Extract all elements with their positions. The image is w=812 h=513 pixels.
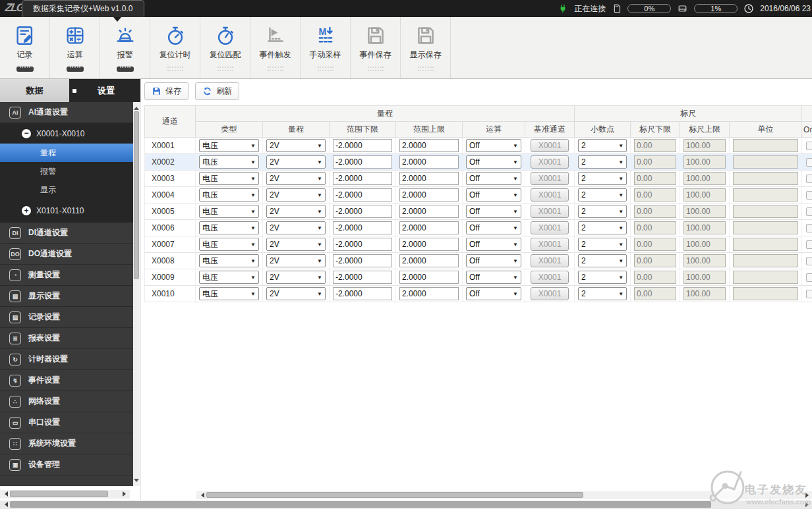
sidebar-group-x0101-x0110[interactable]: X0101-X0110 xyxy=(0,199,133,223)
sidebar-group-x0001-x0010[interactable]: X0001-X0010 xyxy=(0,123,133,144)
sidebar-vscroll-thumb[interactable] xyxy=(134,111,139,279)
decimal-select[interactable]: 2 xyxy=(578,287,627,300)
calc-select[interactable]: Off xyxy=(466,271,521,284)
sidebar-item-range[interactable]: 量程 xyxy=(0,144,133,162)
range-high-input[interactable] xyxy=(399,254,459,267)
calculate-button[interactable]: 运算 xyxy=(50,17,100,78)
expand-icon[interactable] xyxy=(22,206,31,215)
range-high-input[interactable] xyxy=(399,271,459,284)
onoff-checkbox[interactable] xyxy=(806,273,812,282)
onoff-checkbox[interactable] xyxy=(806,158,812,167)
range-select[interactable]: 2V xyxy=(266,205,326,218)
refresh-button[interactable]: 刷新 xyxy=(195,82,239,100)
decimal-select[interactable]: 2 xyxy=(578,139,627,152)
sidebar-item-report-settings[interactable]: ≣ 报表设置 xyxy=(0,328,133,349)
range-select[interactable]: 2V xyxy=(266,172,326,185)
sidebar-item-display-settings[interactable]: ▤ 显示设置 xyxy=(0,286,133,307)
type-select[interactable]: 电压 xyxy=(199,172,259,185)
sidebar-item-ai-channel[interactable]: AI AI通道设置 xyxy=(0,102,133,123)
save-button[interactable]: 保存 xyxy=(144,82,188,100)
onoff-checkbox[interactable] xyxy=(806,224,812,232)
alarm-button[interactable]: 报警 xyxy=(100,17,150,78)
range-low-input[interactable] xyxy=(333,238,392,251)
range-high-input[interactable] xyxy=(399,172,459,185)
calc-select[interactable]: Off xyxy=(466,155,521,169)
sidebar-horizontal-scrollbar[interactable] xyxy=(0,490,130,499)
range-select[interactable]: 2V xyxy=(266,139,326,152)
type-select[interactable]: 电压 xyxy=(199,221,259,234)
sidebar-item-device-management[interactable]: ▣ 设备管理 xyxy=(0,454,133,475)
sidebar-hscroll-thumb[interactable] xyxy=(10,491,108,497)
scroll-left-arrow[interactable] xyxy=(2,491,8,497)
decimal-select[interactable]: 2 xyxy=(578,155,627,169)
range-low-input[interactable] xyxy=(333,254,392,267)
sidebar-item-system-env-settings[interactable]: ∷ 系统环境设置 xyxy=(0,433,133,454)
onoff-checkbox[interactable] xyxy=(806,142,812,150)
app-title-tab[interactable]: 数据采集记录仪+Web v1.0.0 xyxy=(22,0,144,17)
range-select[interactable]: 2V xyxy=(266,221,326,234)
page-hscroll-thumb[interactable] xyxy=(10,501,711,508)
decimal-select[interactable]: 2 xyxy=(578,271,627,284)
page-horizontal-scrollbar[interactable] xyxy=(0,500,812,509)
onoff-checkbox[interactable] xyxy=(806,290,812,298)
sidebar-item-timer-settings[interactable]: ↻ 计时器设置 xyxy=(0,349,133,370)
type-select[interactable]: 电压 xyxy=(199,205,259,218)
decimal-select[interactable]: 2 xyxy=(578,254,627,267)
calc-select[interactable]: Off xyxy=(466,188,521,202)
type-select[interactable]: 电压 xyxy=(199,188,259,202)
calc-select[interactable]: Off xyxy=(466,139,521,152)
calc-select[interactable]: Off xyxy=(466,254,521,267)
scroll-up-arrow[interactable] xyxy=(134,104,139,110)
decimal-select[interactable]: 2 xyxy=(578,221,627,234)
record-button[interactable]: 记录 xyxy=(0,17,50,78)
range-low-input[interactable] xyxy=(333,139,392,152)
range-select[interactable]: 2V xyxy=(266,188,326,202)
range-select[interactable]: 2V xyxy=(266,271,326,284)
calc-select[interactable]: Off xyxy=(466,221,521,234)
collapse-icon[interactable] xyxy=(22,129,31,138)
sidebar-item-serial-settings[interactable]: ▭ 串口设置 xyxy=(0,412,133,433)
scroll-down-arrow[interactable] xyxy=(134,479,139,485)
decimal-select[interactable]: 2 xyxy=(578,205,627,218)
range-high-input[interactable] xyxy=(399,221,459,234)
range-low-input[interactable] xyxy=(333,172,392,185)
type-select[interactable]: 电压 xyxy=(199,287,259,300)
decimal-select[interactable]: 2 xyxy=(578,238,627,251)
range-low-input[interactable] xyxy=(333,205,392,218)
scroll-right-arrow[interactable] xyxy=(123,491,129,497)
range-low-input[interactable] xyxy=(333,287,392,300)
range-select[interactable]: 2V xyxy=(266,238,326,251)
manual-sample-button[interactable]: M 手动采样 xyxy=(301,17,351,78)
range-low-input[interactable] xyxy=(333,221,392,234)
range-high-input[interactable] xyxy=(399,188,459,202)
range-high-input[interactable] xyxy=(399,205,459,218)
range-select[interactable]: 2V xyxy=(266,254,326,267)
scroll-left-arrow[interactable] xyxy=(2,502,8,507)
range-low-input[interactable] xyxy=(333,188,392,202)
reset-match-button[interactable]: 复位匹配 xyxy=(200,17,250,78)
calc-select[interactable]: Off xyxy=(466,287,521,300)
range-high-input[interactable] xyxy=(399,139,459,152)
sidebar-item-alarm[interactable]: 报警 xyxy=(0,162,133,180)
type-select[interactable]: 电压 xyxy=(199,254,259,267)
tab-settings[interactable]: 设置 xyxy=(79,79,133,102)
type-select[interactable]: 电压 xyxy=(199,271,259,284)
onoff-checkbox[interactable] xyxy=(806,175,812,183)
sidebar-item-network-settings[interactable]: ∴ 网络设置 xyxy=(0,391,133,412)
range-high-input[interactable] xyxy=(399,238,459,251)
sidebar-vertical-scrollbar[interactable] xyxy=(133,102,140,486)
range-high-input[interactable] xyxy=(399,287,459,300)
onoff-checkbox[interactable] xyxy=(806,257,812,265)
onoff-checkbox[interactable] xyxy=(806,240,812,249)
reset-timer-button[interactable]: 复位计时 xyxy=(150,17,200,78)
event-save-button[interactable]: 事件保存 xyxy=(351,17,401,78)
range-low-input[interactable] xyxy=(333,271,392,284)
display-save-button[interactable]: 显示保存 xyxy=(401,17,451,78)
sidebar-item-measure-settings[interactable]: ◔ 测量设置 xyxy=(0,265,133,286)
decimal-select[interactable]: 2 xyxy=(578,172,627,185)
sidebar-item-di-channel[interactable]: DI DI通道设置 xyxy=(0,223,133,244)
onoff-checkbox[interactable] xyxy=(806,207,812,216)
tab-data[interactable]: 数据 xyxy=(0,79,69,102)
range-select[interactable]: 2V xyxy=(266,155,326,169)
calc-select[interactable]: Off xyxy=(466,205,521,218)
